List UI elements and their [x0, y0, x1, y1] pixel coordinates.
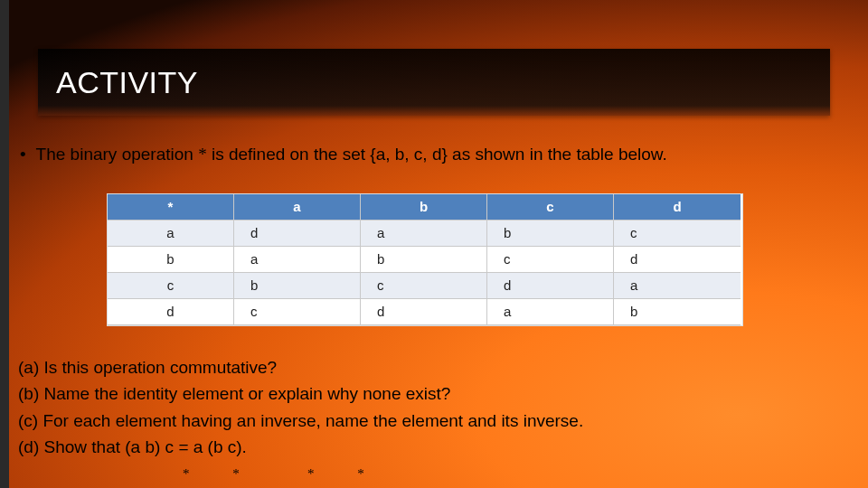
table-row-label: d — [108, 299, 234, 325]
table-header-cell: d — [614, 194, 741, 221]
table-cell: a — [614, 273, 741, 299]
operation-star: * — [198, 145, 207, 164]
table-cell: a — [361, 221, 487, 247]
table-cell: a — [487, 299, 614, 325]
table-row-label: c — [108, 273, 234, 299]
table-cell: d — [487, 273, 614, 299]
bullet-dot: • — [20, 145, 26, 164]
table-row-label: a — [108, 221, 234, 247]
table-header-row: * a b c d — [108, 194, 742, 221]
table-row: d c d a b — [108, 299, 742, 325]
question-b: (b) Name the identity element or explain… — [18, 380, 841, 407]
table-header-cell: a — [234, 194, 361, 221]
slide-title: ACTIVITY — [56, 65, 198, 100]
table-cell: b — [361, 247, 487, 273]
table-cell: d — [614, 247, 741, 273]
table-row-label: b — [108, 247, 234, 273]
table-cell: b — [487, 221, 614, 247]
table-cell: a — [234, 247, 361, 273]
table-cell: c — [234, 299, 361, 325]
question-d: (d) Show that (a b) c = a (b c). — [18, 434, 841, 460]
table-row: c b c d a — [108, 273, 742, 299]
table-header-cell: * — [108, 194, 234, 221]
title-block: ACTIVITY — [38, 49, 830, 116]
table-header-cell: c — [487, 194, 614, 221]
bullet-text-suffix: is defined on the set {a, b, c, d} as sh… — [212, 145, 667, 164]
subscript-stars-left: * * — [183, 466, 259, 482]
subscript-stars-right: * * — [307, 466, 384, 482]
table-cell: b — [234, 273, 361, 299]
table-row: b a b c d — [108, 247, 742, 273]
table-header-cell: b — [361, 194, 487, 221]
intro-bullet: • The binary operation * is defined on t… — [20, 145, 848, 164]
questions-block: (a) Is this operation commutative? (b) N… — [18, 354, 841, 461]
slide: ACTIVITY • The binary operation * is def… — [0, 0, 868, 488]
cayley-table: * a b c d a d a b c b a b c d c b c d a — [107, 193, 743, 326]
table-cell: b — [614, 299, 741, 325]
bullet-text-prefix: The binary operation — [36, 145, 199, 164]
table-cell: c — [487, 247, 614, 273]
table-cell: d — [234, 221, 361, 247]
table-row: a d a b c — [108, 221, 742, 247]
question-a: (a) Is this operation commutative? — [18, 354, 841, 380]
table-cell: d — [361, 299, 487, 325]
left-accent-bar — [0, 0, 9, 488]
table-cell: c — [361, 273, 487, 299]
question-c: (c) For each element having an inverse, … — [18, 408, 841, 434]
table-cell: c — [614, 221, 741, 247]
